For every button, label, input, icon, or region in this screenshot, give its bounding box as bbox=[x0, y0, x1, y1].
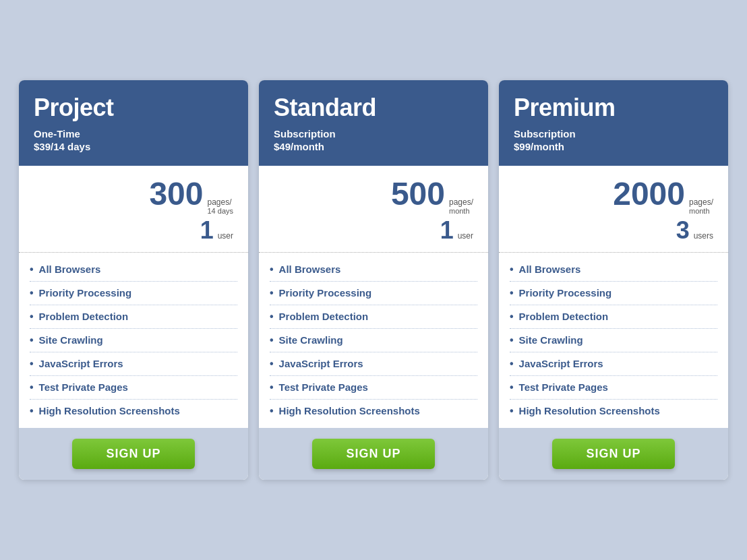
pricing-container: ProjectOne-Time$39/14 days 300 pages/14 … bbox=[5, 67, 742, 494]
pages-stat-project: 300 pages/14 days bbox=[34, 178, 233, 216]
card-footer-standard: SIGN UP bbox=[259, 428, 488, 480]
list-item: •Problem Detection bbox=[30, 305, 237, 329]
bullet-icon: • bbox=[270, 334, 274, 346]
bullet-icon: • bbox=[270, 311, 274, 323]
feature-label: All Browsers bbox=[519, 263, 581, 275]
plan-type-premium: Subscription$99/month bbox=[514, 127, 713, 154]
card-footer-project: SIGN UP bbox=[19, 428, 248, 480]
bullet-icon: • bbox=[30, 358, 34, 370]
pages-stat-standard: 500 pages/month bbox=[274, 178, 473, 216]
pricing-card-standard: StandardSubscription$49/month 500 pages/… bbox=[259, 80, 488, 480]
card-header-project: ProjectOne-Time$39/14 days bbox=[19, 80, 248, 166]
pages-label-project: pages/14 days bbox=[207, 197, 233, 216]
features-list-standard: •All Browsers•Priority Processing•Proble… bbox=[259, 253, 488, 428]
users-stat-project: 1 user bbox=[34, 218, 233, 243]
signup-button-standard[interactable]: SIGN UP bbox=[312, 439, 434, 469]
users-number-project: 1 bbox=[200, 218, 214, 243]
feature-label: High Resolution Screenshots bbox=[279, 405, 420, 416]
feature-label: JavaScript Errors bbox=[519, 358, 603, 369]
feature-label: Site Crawling bbox=[279, 334, 343, 346]
bullet-icon: • bbox=[510, 381, 514, 394]
bullet-icon: • bbox=[270, 381, 274, 394]
bullet-icon: • bbox=[30, 287, 34, 299]
list-item: •JavaScript Errors bbox=[270, 352, 477, 376]
list-item: •High Resolution Screenshots bbox=[270, 400, 477, 423]
features-list-project: •All Browsers•Priority Processing•Proble… bbox=[19, 253, 248, 428]
feature-label: High Resolution Screenshots bbox=[519, 405, 660, 416]
list-item: •High Resolution Screenshots bbox=[510, 400, 717, 423]
list-item: •All Browsers bbox=[270, 258, 477, 282]
pages-stat-premium: 2000 pages/month bbox=[514, 178, 713, 216]
card-footer-premium: SIGN UP bbox=[499, 428, 728, 480]
pricing-card-premium: PremiumSubscription$99/month 2000 pages/… bbox=[499, 80, 728, 480]
pages-label-standard: pages/month bbox=[449, 197, 473, 216]
feature-label: All Browsers bbox=[279, 263, 341, 275]
users-number-standard: 1 bbox=[440, 218, 454, 243]
bullet-icon: • bbox=[270, 263, 274, 276]
card-header-standard: StandardSubscription$49/month bbox=[259, 80, 488, 166]
bullet-icon: • bbox=[510, 263, 514, 276]
bullet-icon: • bbox=[510, 311, 514, 323]
plan-name-premium: Premium bbox=[514, 94, 713, 122]
feature-label: Site Crawling bbox=[39, 334, 103, 346]
users-number-premium: 3 bbox=[676, 218, 690, 243]
users-label-project: user bbox=[218, 231, 233, 241]
pages-number-standard: 500 bbox=[391, 178, 445, 210]
plan-name-standard: Standard bbox=[274, 94, 473, 122]
feature-label: Test Private Pages bbox=[519, 381, 608, 393]
list-item: •JavaScript Errors bbox=[30, 352, 237, 376]
plan-type-standard: Subscription$49/month bbox=[274, 127, 473, 154]
users-label-standard: user bbox=[458, 231, 473, 241]
bullet-icon: • bbox=[270, 358, 274, 370]
bullet-icon: • bbox=[30, 381, 34, 394]
list-item: •Test Private Pages bbox=[30, 376, 237, 400]
bullet-icon: • bbox=[510, 334, 514, 346]
list-item: •All Browsers bbox=[30, 258, 237, 282]
signup-button-premium[interactable]: SIGN UP bbox=[552, 439, 674, 469]
feature-label: All Browsers bbox=[39, 263, 101, 275]
bullet-icon: • bbox=[30, 405, 34, 417]
plan-type-project: One-Time$39/14 days bbox=[34, 127, 233, 154]
bullet-icon: • bbox=[510, 405, 514, 417]
feature-label: Problem Detection bbox=[39, 311, 129, 322]
feature-label: Priority Processing bbox=[279, 287, 372, 299]
list-item: •Problem Detection bbox=[510, 305, 717, 329]
list-item: •Priority Processing bbox=[510, 282, 717, 305]
feature-label: Problem Detection bbox=[519, 311, 609, 322]
feature-label: Priority Processing bbox=[519, 287, 612, 299]
plan-name-project: Project bbox=[34, 94, 233, 122]
feature-label: High Resolution Screenshots bbox=[39, 405, 180, 416]
feature-label: JavaScript Errors bbox=[279, 358, 363, 369]
card-stats-project: 300 pages/14 days 1 user bbox=[19, 166, 248, 253]
users-stat-standard: 1 user bbox=[274, 218, 473, 243]
bullet-icon: • bbox=[30, 334, 34, 346]
bullet-icon: • bbox=[510, 287, 514, 299]
users-stat-premium: 3 users bbox=[514, 218, 713, 243]
list-item: •Priority Processing bbox=[270, 282, 477, 305]
card-stats-premium: 2000 pages/month 3 users bbox=[499, 166, 728, 253]
features-list-premium: •All Browsers•Priority Processing•Proble… bbox=[499, 253, 728, 428]
feature-label: Site Crawling bbox=[519, 334, 583, 346]
bullet-icon: • bbox=[270, 405, 274, 417]
list-item: •High Resolution Screenshots bbox=[30, 400, 237, 423]
pages-label-premium: pages/month bbox=[689, 197, 713, 216]
bullet-icon: • bbox=[30, 311, 34, 323]
pricing-card-project: ProjectOne-Time$39/14 days 300 pages/14 … bbox=[19, 80, 248, 480]
feature-label: Test Private Pages bbox=[279, 381, 368, 393]
pages-number-premium: 2000 bbox=[613, 178, 685, 210]
list-item: •Site Crawling bbox=[30, 329, 237, 352]
pages-number-project: 300 bbox=[149, 178, 203, 210]
bullet-icon: • bbox=[510, 358, 514, 370]
card-stats-standard: 500 pages/month 1 user bbox=[259, 166, 488, 253]
signup-button-project[interactable]: SIGN UP bbox=[72, 439, 194, 469]
feature-label: Test Private Pages bbox=[39, 381, 128, 393]
bullet-icon: • bbox=[30, 263, 34, 276]
list-item: •Site Crawling bbox=[510, 329, 717, 352]
list-item: •All Browsers bbox=[510, 258, 717, 282]
list-item: •JavaScript Errors bbox=[510, 352, 717, 376]
list-item: •Priority Processing bbox=[30, 282, 237, 305]
feature-label: JavaScript Errors bbox=[39, 358, 123, 369]
list-item: •Test Private Pages bbox=[270, 376, 477, 400]
list-item: •Test Private Pages bbox=[510, 376, 717, 400]
users-label-premium: users bbox=[694, 231, 713, 241]
